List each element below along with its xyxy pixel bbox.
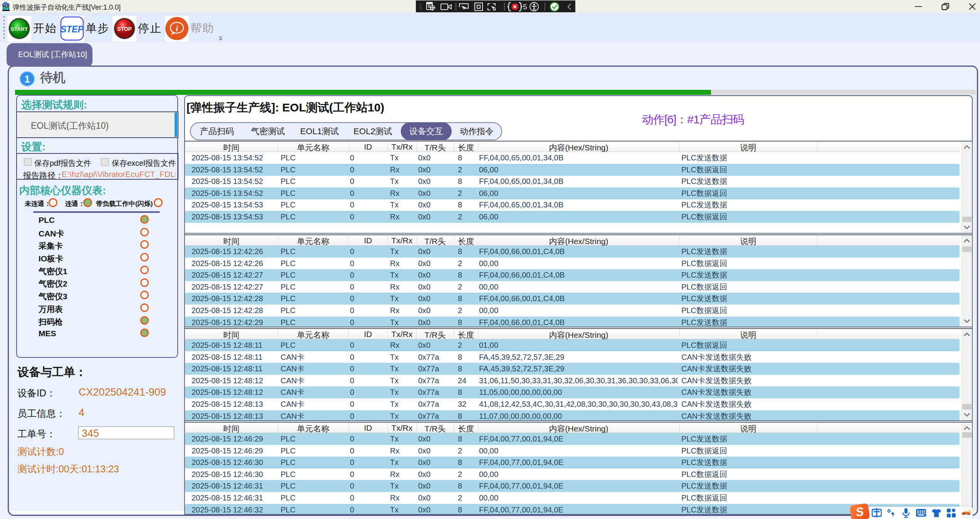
svg-text:STOP: STOP [117, 26, 132, 32]
svg-text:START: START [11, 26, 28, 32]
svg-text:5: 5 [523, 3, 527, 11]
svg-text:i: i [176, 24, 178, 33]
svg-text:STEP: STEP [61, 24, 84, 34]
